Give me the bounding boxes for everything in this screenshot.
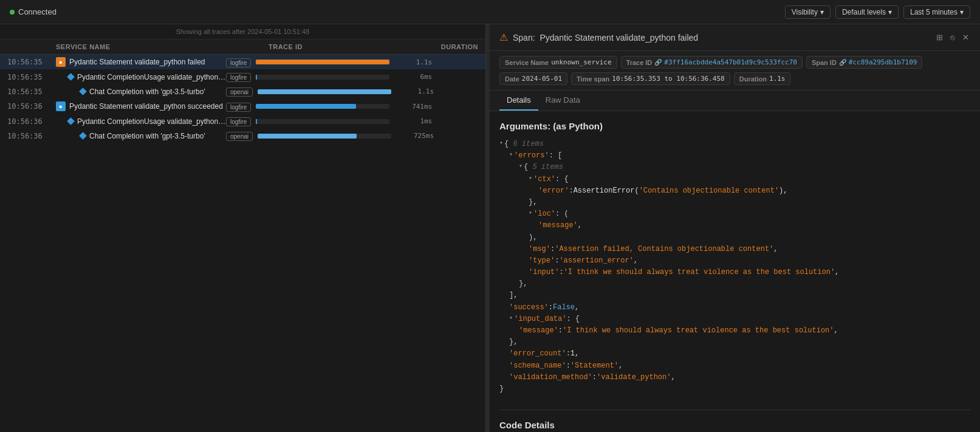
column-headers: Service Name Trace ID Duration — [0, 39, 485, 55]
code-line: 'msg': 'Assertion failed, Contains objec… — [499, 244, 970, 255]
toggle-btn[interactable]: ▾ — [509, 150, 513, 160]
code-line: 'validation_method': 'validate_python', — [499, 372, 970, 383]
chevron-down-icon: ▾ — [888, 8, 892, 16]
orange-square-icon: ■ — [56, 57, 66, 67]
toggle-btn[interactable]: ▾ — [509, 314, 513, 323]
col-duration-header: Duration — [436, 43, 478, 50]
row-tag: logfire — [226, 102, 251, 111]
code-line: ], — [499, 290, 970, 301]
span-title: Span: Pydantic Statement validate_python… — [513, 33, 698, 43]
row-bar — [256, 118, 389, 125]
code-line: 'message': 'I think we should always tre… — [499, 325, 970, 337]
col-traceid-header: Trace ID — [269, 43, 436, 50]
span-header-actions: ⊞ ⎋ ✕ — [935, 32, 970, 43]
app-header: Connected Visibility ▾ Default levels ▾ … — [0, 0, 980, 24]
table-row[interactable]: 10:56:36 Chat Completion with 'gpt-3.5-t… — [0, 129, 485, 143]
row-time: 10:56:35 — [7, 73, 56, 81]
arguments-title: Arguments: (as Python) — [499, 121, 970, 131]
code-line: }, — [499, 278, 970, 290]
showing-text: Showing all traces after 2024-05-01 10:5… — [0, 24, 485, 39]
chevron-down-icon: ▾ — [820, 8, 824, 16]
row-bar — [256, 58, 389, 66]
tab-raw-data[interactable]: Raw Data — [538, 91, 588, 111]
span-id-tag: Span ID 🔗 #cc89a295db1b7109 — [806, 56, 923, 69]
toggle-btn[interactable]: ▾ — [519, 162, 523, 171]
row-bar — [258, 132, 391, 140]
code-details-title: Code Details — [499, 420, 970, 430]
row-bar — [256, 103, 389, 110]
code-line: }, — [499, 337, 970, 348]
row-duration: 725ms — [391, 132, 434, 140]
row-tag: logfire — [226, 117, 251, 126]
code-line: ▾ 'errors': [ — [499, 150, 970, 162]
row-span-name: Pydantic Statement validate_python succe… — [69, 102, 226, 111]
left-panel: Showing all traces after 2024-05-01 10:5… — [0, 24, 486, 432]
row-span-name: Chat Completion with 'gpt-3.5-turbo' — [89, 87, 226, 96]
code-line: 'error_count': 1, — [499, 348, 970, 360]
row-span-name: Pydantic CompletionUsage validate_python… — [77, 117, 226, 126]
time-span-tag: Time span 10:56:35.353 to 10:56:36.458 — [571, 72, 730, 85]
row-bar — [256, 74, 389, 81]
code-line: } — [499, 383, 970, 395]
diamond-icon — [80, 89, 86, 94]
span-header: ⚠ Span: Pydantic Statement validate_pyth… — [490, 24, 980, 51]
row-duration: 1ms — [389, 117, 432, 125]
toggle-btn[interactable]: ▾ — [529, 208, 532, 218]
row-time: 10:56:35 — [7, 58, 56, 66]
connected-label: Connected — [18, 7, 57, 16]
time-range-button[interactable]: Last 5 minutes ▾ — [903, 5, 970, 19]
row-span-name: Pydantic Statement validate_python faile… — [69, 58, 226, 66]
row-time: 10:56:36 — [7, 102, 56, 111]
row-duration: 741ms — [389, 103, 432, 111]
blue-square-icon: ■ — [56, 101, 66, 111]
code-line: 'schema_name': 'Statement', — [499, 360, 970, 372]
external-link-icon[interactable]: ⎋ — [949, 32, 956, 43]
right-panel: ⚠ Span: Pydantic Statement validate_pyth… — [490, 24, 980, 432]
row-duration: 1.1s — [391, 87, 434, 95]
row-time: 10:56:36 — [7, 132, 56, 140]
table-row[interactable]: 10:56:35 Chat Completion with 'gpt-3.5-t… — [0, 84, 485, 99]
link-icon: 🔗 — [654, 59, 662, 66]
code-line: 'success': False, — [499, 302, 970, 314]
diamond-icon — [68, 74, 74, 80]
col-service-header: Service Name — [56, 43, 226, 50]
code-line: 'message', — [499, 220, 970, 231]
diamond-icon — [80, 133, 86, 139]
date-tag: Date 2024-05-01 — [499, 72, 567, 85]
table-row[interactable]: 10:56:35 ■ Pydantic Statement validate_p… — [0, 55, 485, 70]
service-name-tag: Service Name unknown_service — [499, 56, 617, 69]
tab-details[interactable]: Details — [499, 91, 538, 111]
row-tag: openai — [226, 87, 253, 96]
row-duration: 6ms — [389, 73, 432, 81]
trace-id-tag: Trace ID 🔗 #3ff16acbdde4a547b01d9c9c533f… — [621, 56, 803, 69]
span-tabs: Details Raw Data — [490, 91, 980, 111]
span-meta: Service Name unknown_service Trace ID 🔗 … — [490, 51, 980, 91]
row-tag: logfire — [226, 58, 251, 67]
code-line: ▾ 'loc': ( — [499, 208, 970, 220]
code-line: ▾ 'ctx': { — [499, 174, 970, 185]
table-row[interactable]: 10:56:36 Pydantic CompletionUsage valida… — [0, 114, 485, 129]
row-time: 10:56:36 — [7, 117, 56, 126]
table-row[interactable]: 10:56:35 Pydantic CompletionUsage valida… — [0, 70, 485, 84]
toggle-btn[interactable]: ▾ — [499, 139, 503, 148]
close-icon[interactable]: ✕ — [961, 32, 970, 43]
code-line: }, — [499, 197, 970, 208]
visibility-button[interactable]: Visibility ▾ — [785, 5, 831, 19]
span-content: Arguments: (as Python) ▾ { 6 items ▾ 'er… — [490, 111, 980, 432]
row-time: 10:56:35 — [7, 87, 56, 96]
row-tag: openai — [226, 131, 253, 140]
connected-dot — [10, 10, 15, 15]
row-tag: logfire — [226, 72, 251, 81]
warning-icon: ⚠ — [499, 32, 508, 43]
code-block: ▾ { 6 items ▾ 'errors': [ ▾ { 5 items ▾ … — [499, 139, 970, 395]
main-content: Showing all traces after 2024-05-01 10:5… — [0, 24, 980, 432]
table-row[interactable]: 10:56:36 ■ Pydantic Statement validate_p… — [0, 99, 485, 114]
toggle-btn[interactable]: ▾ — [529, 174, 532, 183]
row-span-name: Pydantic CompletionUsage validate_python… — [77, 73, 226, 81]
duration-tag: Duration 1.1s — [734, 72, 791, 85]
layout-icon[interactable]: ⊞ — [935, 32, 944, 43]
link-icon: 🔗 — [839, 59, 846, 66]
row-duration: 1.1s — [389, 58, 432, 66]
default-levels-button[interactable]: Default levels ▾ — [835, 5, 899, 19]
trace-list: 10:56:35 ■ Pydantic Statement validate_p… — [0, 55, 485, 432]
